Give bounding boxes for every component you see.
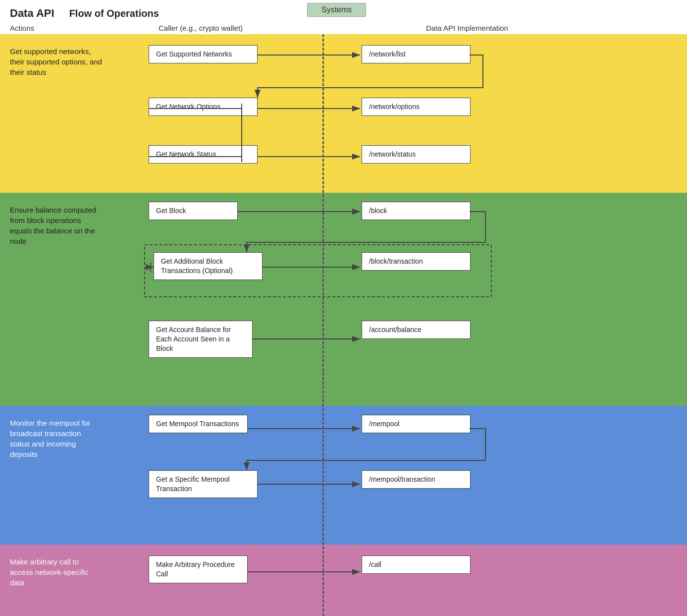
get-supported-networks-box: Get Supported Networks bbox=[149, 45, 258, 63]
network-list-box: /network/list bbox=[362, 45, 471, 63]
network-options-box: /network/options bbox=[362, 98, 471, 116]
mempool-box: /mempool bbox=[362, 415, 471, 433]
get-mempool-box: Get Mempool Transactions bbox=[149, 415, 248, 433]
column-headers: Actions Caller (e.g., crypto wallet) Dat… bbox=[0, 24, 687, 32]
col-actions-label: Actions bbox=[10, 24, 119, 32]
blue-body: Get Mempool Transactions Get a Specific … bbox=[109, 406, 687, 545]
get-additional-block-box: Get Additional Block Transactions (Optio… bbox=[154, 252, 263, 280]
flow-title: Flow of Operations bbox=[69, 8, 159, 19]
get-block-box: Get Block bbox=[149, 202, 238, 220]
make-arbitrary-box: Make Arbitrary Procedure Call bbox=[149, 556, 248, 583]
block-transaction-box: /block/transaction bbox=[362, 252, 471, 271]
green-label: Ensure balance computed from block opera… bbox=[0, 193, 109, 406]
section-green: Ensure balance computed from block opera… bbox=[0, 193, 687, 406]
blue-label: Monitor the mempool for broadcast transa… bbox=[0, 406, 109, 545]
yellow-label: Get supported networks, their supported … bbox=[0, 34, 109, 193]
green-arrows bbox=[109, 193, 687, 406]
get-network-options-box: Get Network Options bbox=[149, 98, 258, 116]
systems-badge: Systems bbox=[307, 3, 366, 17]
yellow-body: Get Supported Networks Get Network Optio… bbox=[109, 34, 687, 193]
network-status-box: /network/status bbox=[362, 145, 471, 164]
col-caller-label: Caller (e.g., crypto wallet) bbox=[159, 24, 327, 32]
call-box: /call bbox=[362, 556, 471, 574]
block-box: /block bbox=[362, 202, 471, 220]
section-pink: Make arbitrary call to access network-sp… bbox=[0, 545, 687, 616]
section-yellow: Get supported networks, their supported … bbox=[0, 34, 687, 193]
mempool-transaction-box: /mempool/transaction bbox=[362, 470, 471, 489]
header: Data API Flow of Operations Systems bbox=[0, 0, 687, 24]
get-network-status-box: Get Network Status bbox=[149, 145, 258, 164]
app-title: Data API bbox=[10, 7, 54, 20]
get-account-balance-box: Get Account Balance for Each Account See… bbox=[149, 321, 253, 358]
col-impl-label: Data API Implementation bbox=[426, 24, 508, 32]
get-specific-mempool-box: Get a Specific Mempool Transaction bbox=[149, 470, 258, 498]
account-balance-box: /account/balance bbox=[362, 321, 471, 339]
pink-body: Make Arbitrary Procedure Call /call bbox=[109, 545, 687, 616]
green-body: Get Block Get Additional Block Transacti… bbox=[109, 193, 687, 406]
pink-label: Make arbitrary call to access network-sp… bbox=[0, 545, 109, 616]
diagram-content: Get supported networks, their supported … bbox=[0, 34, 687, 616]
section-blue: Monitor the mempool for broadcast transa… bbox=[0, 406, 687, 545]
